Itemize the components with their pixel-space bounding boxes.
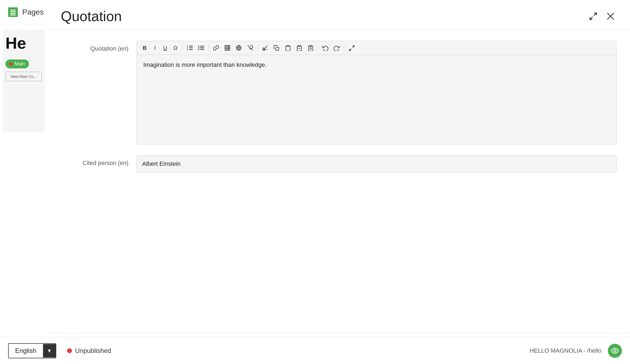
status-label: Unpublished	[75, 347, 111, 355]
eye-button[interactable]	[608, 344, 622, 358]
link-button[interactable]	[211, 43, 221, 52]
preview-new-main: New Main Co...	[5, 72, 42, 81]
rte-toolbar: B I U Ω 1 2 3	[137, 41, 616, 55]
modal-header: Quotation	[47, 0, 630, 30]
italic-button[interactable]: I	[150, 43, 160, 52]
toolbar-divider-1	[182, 44, 183, 51]
rte-container: B I U Ω 1 2 3	[137, 41, 616, 144]
preview-main-badge: Main	[5, 59, 29, 68]
pages-app-icon	[8, 7, 18, 17]
cited-person-input[interactable]	[137, 155, 616, 173]
toolbar-divider-3	[257, 44, 258, 51]
close-button[interactable]	[605, 10, 616, 22]
modal-title: Quotation	[61, 8, 122, 24]
svg-rect-32	[287, 45, 289, 47]
undo-button[interactable]	[320, 43, 330, 52]
svg-rect-3	[10, 15, 16, 15]
unlink-button[interactable]	[245, 43, 255, 52]
status-bar: English ▾ Unpublished HELLO MAGNOLIA - /…	[0, 337, 630, 364]
svg-rect-20	[225, 45, 230, 50]
svg-rect-8	[189, 46, 193, 47]
sidebar-preview: He Main New Main Co...	[0, 24, 47, 337]
preview-badge-label: Main	[15, 61, 25, 67]
status-right: HELLO MAGNOLIA - /hello	[530, 344, 622, 358]
expand-button[interactable]	[587, 10, 599, 22]
svg-rect-31	[276, 47, 279, 50]
svg-rect-2	[10, 13, 16, 14]
table-button[interactable]	[222, 43, 233, 52]
quotation-label: Quotation (en)	[61, 41, 137, 52]
svg-line-39	[349, 49, 351, 51]
cut-button[interactable]	[260, 43, 270, 52]
toolbar-divider-5	[344, 44, 344, 51]
modal-dialog: Quotation Quotation (en)	[47, 0, 630, 364]
svg-point-16	[198, 47, 199, 48]
cited-person-field: Cited person (en)	[61, 155, 616, 173]
fullscreen-button[interactable]	[346, 43, 357, 52]
quotation-textarea[interactable]: Imagination is more important than knowl…	[137, 55, 616, 144]
insert-link-button[interactable]	[234, 43, 244, 52]
special-chars-button[interactable]: Ω	[171, 43, 180, 52]
modal-header-actions	[587, 10, 616, 22]
svg-rect-35	[310, 45, 312, 47]
bold-button[interactable]: B	[140, 43, 149, 52]
preview-card: He Main New Main Co...	[3, 30, 45, 133]
redo-button[interactable]	[331, 43, 342, 52]
quotation-text: Imagination is more important than knowl…	[143, 61, 267, 68]
preview-title: He	[5, 35, 42, 51]
paste-text-button[interactable]	[294, 43, 304, 52]
svg-rect-19	[200, 49, 204, 50]
svg-rect-0	[10, 10, 16, 11]
unpublished-dot	[67, 348, 72, 353]
svg-rect-15	[200, 46, 204, 47]
status-language-selector[interactable]: English ▾	[8, 343, 56, 358]
svg-point-14	[198, 46, 199, 47]
svg-rect-1	[10, 11, 16, 12]
cited-person-control	[137, 155, 616, 173]
status-language-text: English	[9, 344, 43, 358]
svg-rect-10	[189, 49, 193, 50]
ordered-list-button[interactable]: 1 2 3	[185, 43, 195, 52]
underline-button[interactable]: U	[161, 43, 170, 52]
svg-point-40	[614, 350, 616, 352]
svg-text:3: 3	[187, 48, 188, 50]
svg-point-18	[198, 49, 199, 50]
status-path: HELLO MAGNOLIA - /hello	[530, 347, 601, 354]
modal-body: Quotation (en) B I U Ω	[47, 30, 630, 333]
paste-from-word-button[interactable]	[305, 43, 316, 52]
svg-rect-17	[200, 48, 204, 48]
toolbar-divider-4	[318, 44, 318, 51]
unordered-list-button[interactable]	[196, 43, 206, 52]
cited-person-label: Cited person (en)	[61, 155, 137, 167]
app-title: Pages	[22, 8, 44, 16]
quotation-field: Quotation (en) B I U Ω	[61, 41, 616, 144]
svg-rect-33	[298, 45, 300, 47]
copy-button[interactable]	[271, 43, 281, 52]
status-unpublished: Unpublished	[67, 347, 111, 355]
paste-button[interactable]	[283, 43, 293, 52]
toolbar-divider-2	[208, 44, 209, 51]
svg-line-29	[264, 46, 267, 49]
svg-line-38	[352, 46, 354, 48]
preview-badge-dot	[9, 62, 12, 66]
status-left: English ▾ Unpublished	[8, 343, 111, 358]
status-language-arrow[interactable]: ▾	[43, 344, 56, 358]
quotation-editor: B I U Ω 1 2 3	[137, 41, 616, 144]
svg-rect-9	[189, 48, 193, 48]
